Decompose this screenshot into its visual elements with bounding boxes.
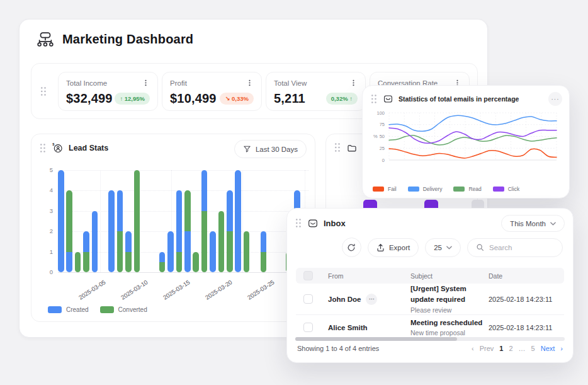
folder-icon <box>347 143 357 152</box>
y-tick-label: 4 <box>50 187 53 193</box>
bar <box>75 252 81 272</box>
kebab-menu-icon[interactable] <box>349 79 358 88</box>
page-item-x[interactable]: ‹ <box>472 345 474 352</box>
bar <box>184 190 191 272</box>
email-stats-title: Statistics of total emails in percentage <box>399 95 519 103</box>
refresh-button[interactable] <box>342 238 361 257</box>
export-icon <box>376 243 385 252</box>
legend-item: Click <box>493 186 519 192</box>
select-all-checkbox[interactable] <box>303 271 313 280</box>
table-row[interactable]: John Doe···[Urgent] System update requir… <box>296 284 564 315</box>
row-checkbox[interactable] <box>303 323 313 332</box>
y-tick-label: 1 <box>50 248 53 255</box>
bar <box>167 231 174 272</box>
dashboard-page: Marketing Dashboard Total Income$32,499↑… <box>0 0 588 385</box>
legend-label: Read <box>468 186 481 192</box>
sender-name: Alice Smith <box>328 324 368 331</box>
legend-item: Created <box>48 306 89 313</box>
table-row[interactable]: Alice SmithMeeting rescheduledNew time p… <box>296 315 564 340</box>
page-item-2[interactable]: 2 <box>509 345 512 352</box>
drag-handle-icon[interactable] <box>370 94 378 104</box>
column-from: From <box>322 272 405 280</box>
horizontal-scrollbar[interactable] <box>295 337 565 341</box>
bar <box>125 231 132 272</box>
line-series-delivery <box>389 115 557 131</box>
legend-item: Read <box>453 186 481 192</box>
kebab-menu-icon[interactable] <box>245 79 254 88</box>
search-box[interactable] <box>467 238 563 257</box>
page-item-5[interactable]: 5 <box>531 345 535 352</box>
panel-menu-button[interactable]: ··· <box>548 92 562 106</box>
y-tick-label: 0 <box>50 268 53 275</box>
page-item-x: … <box>519 345 526 352</box>
lead-filter-button[interactable]: Last 30 Days <box>234 140 307 158</box>
legend-label: Delivery <box>423 186 443 192</box>
x-tick-label: 2025-03-05 <box>77 279 107 301</box>
row-menu-button[interactable]: ··· <box>366 294 377 305</box>
period-label: This Month <box>510 220 546 227</box>
bar <box>218 211 225 272</box>
scrollbar-thumb[interactable] <box>295 337 457 341</box>
drag-handle-icon[interactable] <box>39 143 47 153</box>
inbox-title: Inbox <box>324 219 346 228</box>
legend-swatch <box>373 187 384 192</box>
stat-card-value: 5,211 <box>274 91 305 106</box>
period-dropdown[interactable]: This Month <box>501 215 565 232</box>
page-size-dropdown[interactable]: 25 <box>425 238 461 257</box>
stat-card-total-view: Total View5,2110,32% ↑ <box>266 72 366 111</box>
lead-filter-label: Last 30 Days <box>256 146 298 153</box>
stat-card-label: Profit <box>170 79 187 87</box>
page-item-1[interactable]: 1 <box>499 345 503 352</box>
legend-swatch <box>493 187 504 192</box>
row-checkbox[interactable] <box>303 294 313 304</box>
trend-badge: 0,32% ↑ <box>326 93 358 105</box>
bar <box>108 190 115 272</box>
email-chart-legend: FailDeliveryReadClick <box>373 186 519 192</box>
bar <box>244 231 250 272</box>
entries-summary: Showing 1 to 4 of 4 entries <box>297 345 379 352</box>
from-cell: John Doe··· <box>322 294 405 305</box>
export-button[interactable]: Export <box>368 238 419 257</box>
svg-text:100: 100 <box>376 110 385 116</box>
y-tick-label: 5 <box>50 166 53 173</box>
subject-title: Meeting rescheduled <box>410 318 483 328</box>
legend-swatch <box>48 306 62 313</box>
bar <box>176 190 183 272</box>
drag-handle-icon[interactable] <box>295 218 302 228</box>
pagination: ‹Prev12…5Next› <box>472 345 563 352</box>
x-tick-label: 2025-03-15 <box>162 279 191 301</box>
page-item-x[interactable]: › <box>560 345 563 352</box>
x-tick-label: 2025-03-25 <box>246 279 276 301</box>
date-cell: 2025-02-18 14:23:11 <box>483 296 564 303</box>
bar <box>134 170 140 272</box>
stat-card-total-income: Total Income$32,499↑ 12,95% <box>58 72 158 111</box>
bar <box>193 252 199 272</box>
svg-text:25: 25 <box>380 146 385 151</box>
page-item-Next[interactable]: Next <box>541 345 555 352</box>
page-header: Marketing Dashboard <box>36 31 193 48</box>
legend-item: Converted <box>100 306 147 313</box>
refresh-icon <box>347 243 356 252</box>
svg-text:0: 0 <box>382 158 385 163</box>
legend-item: Fail <box>373 186 397 192</box>
legend-label: Fail <box>388 186 397 192</box>
search-icon <box>476 243 484 251</box>
bar <box>66 190 72 272</box>
subject-preview: New time proposal <box>410 328 483 338</box>
sitemap-icon <box>36 31 55 48</box>
legend-label: Converted <box>118 306 147 313</box>
kebab-menu-icon[interactable] <box>141 79 150 88</box>
sender-name: John Doe <box>328 296 361 303</box>
column-date: Date <box>483 272 564 280</box>
line-series-fail <box>389 149 557 158</box>
page-item-Prev[interactable]: Prev <box>480 345 494 352</box>
drag-handle-icon[interactable] <box>40 86 47 96</box>
bar <box>159 252 166 272</box>
bar <box>227 190 233 272</box>
bar <box>83 231 89 272</box>
export-label: Export <box>389 244 410 251</box>
drag-handle-icon[interactable] <box>334 142 341 152</box>
search-input[interactable] <box>489 244 554 251</box>
lead-stats-title: Lead Stats <box>69 144 108 152</box>
lead-chart-plot <box>58 170 308 272</box>
